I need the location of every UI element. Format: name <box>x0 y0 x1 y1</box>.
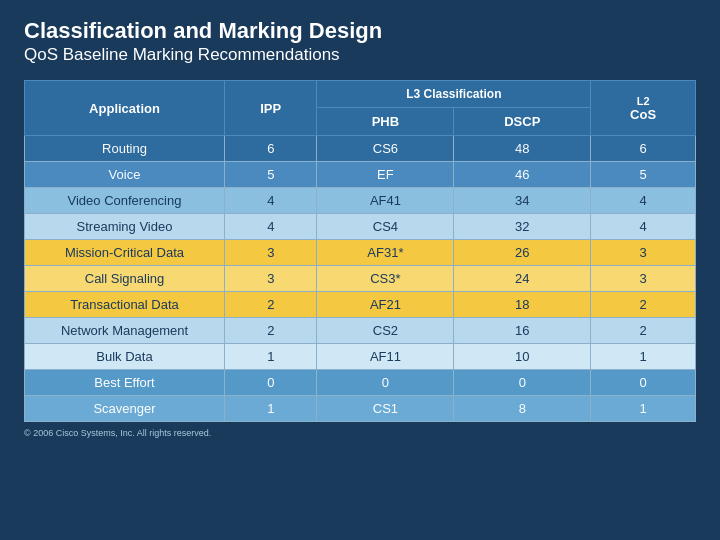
cell-cos: 0 <box>591 370 696 396</box>
table-row: Streaming Video4CS4324 <box>25 214 696 240</box>
table-row: Best Effort0000 <box>25 370 696 396</box>
cell-ipp: 6 <box>225 136 317 162</box>
sub-title: QoS Baseline Marking Recommendations <box>24 44 696 66</box>
cell-app: Network Management <box>25 318 225 344</box>
title-area: Classification and Marking Design QoS Ba… <box>24 18 696 66</box>
table-row: Routing6CS6486 <box>25 136 696 162</box>
cell-dscp: 48 <box>454 136 591 162</box>
cell-ipp: 3 <box>225 266 317 292</box>
cell-phb: AF11 <box>317 344 454 370</box>
cell-cos: 6 <box>591 136 696 162</box>
table-row: Video Conferencing4AF41344 <box>25 188 696 214</box>
cell-app: Video Conferencing <box>25 188 225 214</box>
cell-cos: 3 <box>591 266 696 292</box>
cell-phb: AF41 <box>317 188 454 214</box>
cell-app: Routing <box>25 136 225 162</box>
cell-ipp: 4 <box>225 188 317 214</box>
cell-dscp: 46 <box>454 162 591 188</box>
cell-app: Call Signaling <box>25 266 225 292</box>
cell-dscp: 10 <box>454 344 591 370</box>
col-phb: PHB <box>317 108 454 136</box>
col-dscp: DSCP <box>454 108 591 136</box>
cell-cos: 4 <box>591 214 696 240</box>
cell-app: Voice <box>25 162 225 188</box>
col-cos-group: L2 CoS <box>591 81 696 136</box>
marking-table: Application IPP L3 Classification L2 CoS… <box>24 80 696 422</box>
cell-phb: CS2 <box>317 318 454 344</box>
cell-app: Best Effort <box>25 370 225 396</box>
cell-dscp: 8 <box>454 396 591 422</box>
cell-cos: 3 <box>591 240 696 266</box>
cell-ipp: 1 <box>225 344 317 370</box>
cell-ipp: 1 <box>225 396 317 422</box>
cell-dscp: 18 <box>454 292 591 318</box>
cell-phb: AF21 <box>317 292 454 318</box>
cell-phb: 0 <box>317 370 454 396</box>
cell-phb: CS1 <box>317 396 454 422</box>
cell-cos: 1 <box>591 344 696 370</box>
table-row: Mission-Critical Data3AF31*263 <box>25 240 696 266</box>
table-row: Voice5EF465 <box>25 162 696 188</box>
cell-ipp: 2 <box>225 318 317 344</box>
cell-dscp: 26 <box>454 240 591 266</box>
cell-cos: 5 <box>591 162 696 188</box>
cell-ipp: 0 <box>225 370 317 396</box>
footer: © 2006 Cisco Systems, Inc. All rights re… <box>24 428 696 438</box>
cell-phb: AF31* <box>317 240 454 266</box>
col-l3-group: L3 Classification <box>317 81 591 108</box>
cell-cos: 2 <box>591 318 696 344</box>
cell-phb: CS6 <box>317 136 454 162</box>
cell-cos: 1 <box>591 396 696 422</box>
cell-dscp: 0 <box>454 370 591 396</box>
cell-ipp: 5 <box>225 162 317 188</box>
cell-dscp: 34 <box>454 188 591 214</box>
cell-phb: CS4 <box>317 214 454 240</box>
table-body: Routing6CS6486Voice5EF465Video Conferenc… <box>25 136 696 422</box>
cell-ipp: 2 <box>225 292 317 318</box>
cell-dscp: 32 <box>454 214 591 240</box>
cell-dscp: 24 <box>454 266 591 292</box>
cell-app: Bulk Data <box>25 344 225 370</box>
cell-app: Streaming Video <box>25 214 225 240</box>
cell-app: Scavenger <box>25 396 225 422</box>
cell-phb: EF <box>317 162 454 188</box>
table-row: Scavenger1CS181 <box>25 396 696 422</box>
table-row: Call Signaling3CS3*243 <box>25 266 696 292</box>
header-row: Application IPP L3 Classification L2 CoS <box>25 81 696 108</box>
col-application: Application <box>25 81 225 136</box>
cell-ipp: 4 <box>225 214 317 240</box>
table-row: Network Management2CS2162 <box>25 318 696 344</box>
cell-app: Transactional Data <box>25 292 225 318</box>
table-row: Bulk Data1AF11101 <box>25 344 696 370</box>
cell-cos: 2 <box>591 292 696 318</box>
main-title: Classification and Marking Design <box>24 18 696 44</box>
cell-app: Mission-Critical Data <box>25 240 225 266</box>
col-ipp: IPP <box>225 81 317 136</box>
cell-phb: CS3* <box>317 266 454 292</box>
cell-cos: 4 <box>591 188 696 214</box>
cell-dscp: 16 <box>454 318 591 344</box>
cell-ipp: 3 <box>225 240 317 266</box>
table-row: Transactional Data2AF21182 <box>25 292 696 318</box>
